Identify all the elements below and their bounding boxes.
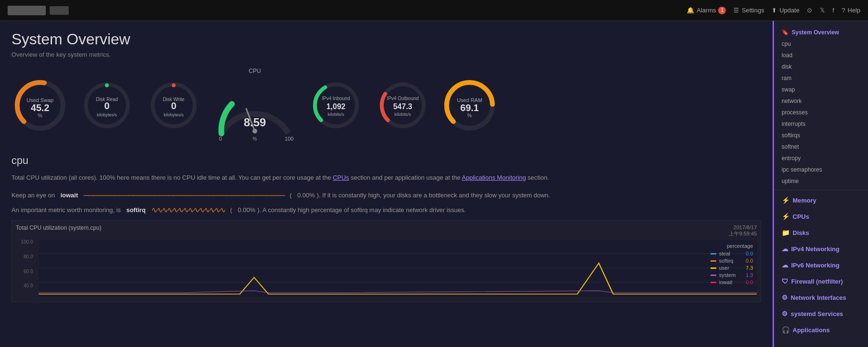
help-label: Help <box>847 7 860 14</box>
svg-text:0: 0 <box>219 136 222 142</box>
sidebar-item-applications[interactable]: 🎧 Applications <box>774 324 868 336</box>
help-button[interactable]: ? Help <box>842 7 860 14</box>
sidebar-item-ipc-semaphores[interactable]: ipc semaphores <box>774 164 868 175</box>
iowait-label: Keep an eye on <box>11 190 55 201</box>
settings-label: Settings <box>742 7 764 14</box>
sidebar-item-ipv4-networking[interactable]: ☁ IPv4 Networking <box>774 243 868 255</box>
ipv4-inbound-svg: IPv4 Inbound 1,092 kilobits/s <box>307 77 365 134</box>
sidebar-item-swap[interactable]: swap <box>774 84 868 95</box>
logo-small <box>50 6 69 15</box>
twitter-button[interactable]: 𝕏 <box>820 7 825 14</box>
system-label: system <box>719 272 743 278</box>
svg-point-11 <box>172 83 176 87</box>
bookmark-icon: 🔖 <box>782 29 789 36</box>
sidebar-systemd-label: systemd Services <box>791 310 843 317</box>
cpu-desc-1: Total CPU utilization (all cores). 100% … <box>11 174 331 181</box>
svg-text:8.59: 8.59 <box>244 116 266 129</box>
sidebar-cpus-label: CPUs <box>793 213 809 220</box>
y-label-60: 60.0 <box>16 269 33 274</box>
cpus-link[interactable]: CPUs <box>333 174 349 181</box>
legend-steal: steal 0.0 <box>711 251 753 256</box>
iowait-paren-open: ( <box>290 190 292 201</box>
twitter-icon: 𝕏 <box>820 7 825 14</box>
sidebar-entropy-label: entropy <box>782 155 801 162</box>
chart-svg-container: percentage steal 0.0 softirq 0.0 <box>39 239 757 298</box>
sidebar-item-cpus[interactable]: ⚡ CPUs <box>774 210 868 223</box>
svg-text:kilobits/s: kilobits/s <box>395 112 411 117</box>
sidebar-item-interrupts[interactable]: interrupts <box>774 118 868 130</box>
github-icon: ⊙ <box>807 7 812 14</box>
sidebar-item-network[interactable]: network <box>774 95 868 107</box>
iowait-dot <box>711 282 716 283</box>
sidebar-item-softnet[interactable]: softnet <box>774 141 868 153</box>
sidebar-item-softirqs[interactable]: softirqs <box>774 130 868 141</box>
svg-text:1,092: 1,092 <box>326 102 345 111</box>
iowait-dash-line: ────────────────────────────────────────… <box>84 189 284 202</box>
page-subtitle: Overview of the key system metrics. <box>11 51 761 58</box>
sidebar-item-processes[interactable]: processes <box>774 107 868 118</box>
svg-text:45.2: 45.2 <box>31 102 50 113</box>
steal-dot <box>711 253 716 255</box>
sidebar-item-firewall[interactable]: 🛡 Firewall (netfilter) <box>774 275 868 287</box>
iowait-value-leg: 0.0 <box>746 279 753 285</box>
sidebar-ipv4-label: IPv4 Networking <box>791 245 839 253</box>
sidebar-item-ipv6-networking[interactable]: ☁ IPv6 Networking <box>774 259 868 271</box>
sidebar-disks-label: Disks <box>793 229 809 236</box>
legend-system: system 1.3 <box>711 272 753 278</box>
sidebar-item-cpu[interactable]: cpu <box>774 38 868 50</box>
sidebar-item-entropy[interactable]: entropy <box>774 153 868 164</box>
svg-text:0: 0 <box>171 101 176 111</box>
ipv4-outbound-gauge: IPv4 Outbound 547.3 kilobits/s <box>374 77 431 134</box>
legend-iowait: iowait 0.0 <box>711 279 753 285</box>
y-label-80: 80.0 <box>16 254 33 259</box>
facebook-button[interactable]: f <box>832 7 834 14</box>
update-button[interactable]: ⬆ Update <box>772 7 799 14</box>
svg-text:kilobits/s: kilobits/s <box>328 112 345 117</box>
settings-button[interactable]: ☰ Settings <box>733 7 764 14</box>
cpu-chart: Total CPU utilization (system.cpu) 2017/… <box>11 220 761 302</box>
topnav-left <box>8 6 69 15</box>
update-icon: ⬆ <box>772 7 777 14</box>
user-label: user <box>719 265 743 271</box>
sidebar-item-network-interfaces[interactable]: ⚙ Network Interfaces <box>774 291 868 304</box>
sidebar-memory-label: Memory <box>793 197 816 204</box>
sidebar-item-uptime[interactable]: uptime <box>774 175 868 187</box>
sidebar-item-memory[interactable]: ⚡ Memory <box>774 194 868 206</box>
sidebar-item-disk[interactable]: disk <box>774 61 868 72</box>
system-dot <box>711 275 716 276</box>
iowait-value: 0.00% <box>297 190 315 201</box>
cpu-gauge-wrapper: CPU 8.59 0 100 % <box>212 68 298 143</box>
sidebar-item-disks[interactable]: 📁 Disks <box>774 226 868 239</box>
github-button[interactable]: ⊙ <box>807 7 812 14</box>
used-ram-svg: Used RAM 69.1 % <box>441 77 498 134</box>
softirq-value: 0.00% <box>238 205 255 215</box>
firewall-icon: 🛡 <box>782 277 788 285</box>
sidebar-item-ram[interactable]: ram <box>774 72 868 84</box>
svg-text:%: % <box>38 112 42 118</box>
user-dot <box>711 267 716 269</box>
chart-y-axis: 100.0 80.0 60.0 40.0 <box>16 239 35 298</box>
disk-write-svg: Disk Write 0 kilobytes/s <box>145 77 202 134</box>
app-monitoring-link[interactable]: Applications Monitoring <box>462 174 526 181</box>
alarms-button[interactable]: 🔔 Alarms 1 <box>687 7 726 14</box>
sidebar-cpu-label: cpu <box>782 41 791 47</box>
chart-date: 2017/8/17 <box>729 225 757 230</box>
cpu-section: cpu Total CPU utilization (all cores). 1… <box>11 154 761 216</box>
disks-icon: 📁 <box>782 229 790 236</box>
gauges-row: Used Swap 45.2 % Disk Read 0 kilobytes/s <box>11 68 761 143</box>
memory-icon: ⚡ <box>782 196 790 204</box>
update-label: Update <box>779 7 799 14</box>
svg-text:100: 100 <box>285 136 293 142</box>
facebook-icon: f <box>832 7 834 14</box>
svg-text:547.3: 547.3 <box>393 102 412 111</box>
svg-text:IPv4 Outbound: IPv4 Outbound <box>387 96 419 101</box>
sidebar-item-system-overview[interactable]: 🔖 System Overview <box>774 27 868 38</box>
svg-point-16 <box>252 129 257 133</box>
sidebar-item-load[interactable]: load <box>774 50 868 61</box>
main-content: System Overview Overview of the key syst… <box>0 21 773 347</box>
settings-icon: ☰ <box>733 7 739 14</box>
sidebar-system-overview-label: System Overview <box>792 29 839 36</box>
softirq-label-leg: softirq <box>719 258 743 264</box>
cpu-section-title: cpu <box>11 154 761 167</box>
sidebar-item-systemd-services[interactable]: ⚙ systemd Services <box>774 307 868 320</box>
